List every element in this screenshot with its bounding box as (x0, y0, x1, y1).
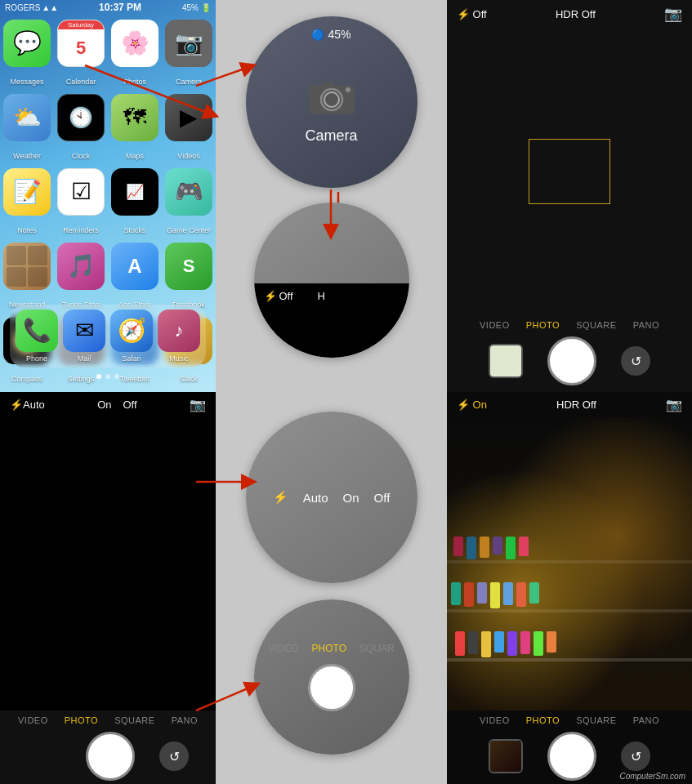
dock-phone[interactable]: 📞 Phone (16, 310, 58, 363)
status-left: ROGERS ▲▲ (5, 3, 58, 12)
flash-status-label: ⚡ Off (457, 8, 487, 20)
br-mode-photo[interactable]: PHOTO (526, 715, 560, 725)
bl-mode-video[interactable]: VIDEO (18, 715, 48, 725)
shutter-row: ↺ (447, 336, 692, 385)
app-appstore[interactable]: A (111, 243, 158, 290)
bl-camera-icon[interactable]: 📷 (190, 397, 206, 412)
app-gamecenter[interactable]: 🎮 (165, 168, 212, 216)
app-calendar[interactable]: Saturday 5 (57, 20, 105, 67)
mode-video[interactable]: VIDEO (480, 320, 510, 330)
bl-shutter-button[interactable] (86, 732, 135, 781)
bl-flash-label: ⚡ (10, 399, 23, 411)
bl-mode-pano[interactable]: PANO (172, 715, 198, 725)
camera-flip-icon[interactable]: 📷 (664, 5, 682, 23)
gamecenter-icon: 🎮 (175, 180, 203, 203)
app-label-notes: Notes (3, 226, 51, 234)
dock-music-label: Music (169, 354, 189, 363)
app-stocks[interactable]: 📈 (111, 168, 158, 216)
shutter-circle-square: SQUAR (359, 643, 395, 654)
br-top-bar: ⚡ On HDR Off 📷 (447, 392, 692, 417)
dock-safari-label: Safari (122, 354, 141, 363)
camera-viewfinder (447, 28, 692, 315)
clock-icon: 🕙 (69, 106, 93, 129)
app-weather[interactable]: ⛅ (3, 94, 51, 141)
bl-shutter-row: ↺ (0, 732, 216, 781)
app-messages[interactable]: 💬 (3, 20, 51, 67)
br-mode-pano[interactable]: PANO (633, 715, 659, 725)
camera-top-right: ⚡ Off HDR Off 📷 VIDEO PHOTO SQUARE PANO … (447, 0, 692, 392)
lego-figures (447, 417, 692, 710)
thumbnail-preview (489, 344, 523, 378)
iphone-home-screen: ROGERS ▲▲ 10:37 PM 45% 🔋 💬 Saturday 5 🌸 (0, 0, 216, 392)
app-photos[interactable]: 🌸 (111, 20, 158, 67)
newsstand-inner (3, 243, 51, 290)
phone-emoji: 📞 (23, 319, 51, 342)
bl-top-bar: ⚡ Auto On Off 📷 (0, 392, 216, 417)
camera-bottom-right: ⚡ On HDR Off 📷 (447, 392, 692, 784)
app-passbook[interactable]: S (165, 243, 212, 290)
bl-mode-square[interactable]: SQUARE (114, 715, 154, 725)
passbook-icon: S (183, 256, 195, 277)
app-camera[interactable]: 📷 (165, 20, 212, 67)
mode-square[interactable]: SQUARE (576, 320, 616, 330)
dock-music[interactable]: ♪ Music (158, 310, 200, 363)
app-label-gamecenter: Game Center (165, 226, 212, 234)
dot-1 (96, 374, 101, 379)
music-emoji: ♪ (175, 320, 184, 341)
app-label-weather: Weather (3, 152, 51, 160)
camera-zoom-circle: 🔵 45% Camera (246, 16, 417, 188)
bl-mode-photo[interactable]: PHOTO (65, 715, 98, 725)
camera-zoom-label: Camera (305, 127, 357, 145)
br-flip-button[interactable]: ↺ (621, 742, 650, 771)
battery-display: 45% (328, 28, 350, 41)
br-camera-icon[interactable]: 📷 (666, 397, 682, 412)
reminders-icon: ☑ (71, 180, 92, 203)
app-clock[interactable]: 🕙 (57, 94, 105, 141)
camera-zoom-inner: 🔵 45% Camera (246, 16, 417, 188)
app-label-maps: Maps (111, 152, 158, 160)
camera-icon: 📷 (175, 32, 203, 55)
lego-photo (447, 417, 692, 710)
messages-icon: 💬 (13, 32, 42, 55)
dock-safari[interactable]: 🧭 Safari (110, 310, 153, 363)
viewfinder-strip: ⚡ Off H (254, 283, 409, 358)
app-videos[interactable]: ▶ (165, 94, 212, 141)
shutter-button[interactable] (547, 336, 596, 385)
mode-photo[interactable]: PHOTO (526, 320, 560, 330)
mode-pano[interactable]: PANO (633, 320, 659, 330)
hdr-zoom-label: H (318, 290, 325, 302)
stocks-icon: 📈 (126, 183, 144, 201)
shutter-circle-btn[interactable] (308, 664, 355, 711)
app-itunes[interactable]: 🎵 (57, 243, 105, 290)
bl-flip-icon: ↺ (169, 749, 180, 764)
flash-off-label: Off (279, 290, 293, 302)
app-label-videos: Videos (165, 152, 212, 160)
app-reminders[interactable]: ☑ (57, 168, 105, 216)
bl-flip-button[interactable]: ↺ (159, 742, 189, 771)
dock-mail[interactable]: ✉ Mail (63, 310, 105, 363)
app-label-reminders: Reminders (57, 226, 105, 234)
app-label-photos: Photos (111, 78, 158, 86)
camera-bottom-bar: VIDEO PHOTO SQUARE PANO ↺ (447, 315, 692, 392)
dot-3 (114, 374, 119, 379)
camera-flip-button[interactable]: ↺ (621, 346, 650, 376)
shutter-zoom-circle: VIDEO PHOTO SQUAR (254, 599, 409, 755)
br-thumbnail-preview (489, 739, 523, 773)
status-bar: ROGERS ▲▲ 10:37 PM 45% 🔋 (0, 0, 216, 15)
br-hdr-label: HDR Off (556, 399, 596, 411)
app-notes[interactable]: 📝 (3, 168, 51, 216)
br-mode-square[interactable]: SQUARE (576, 715, 616, 725)
app-maps[interactable]: 🗺 (111, 94, 158, 141)
maps-icon: 🗺 (123, 106, 146, 129)
br-shutter-button[interactable] (547, 732, 596, 781)
center-bottom-column: ⚡ Auto On Off VIDEO PHOTO (216, 392, 447, 784)
flip-icon: ↺ (631, 354, 641, 369)
br-mode-selector: VIDEO PHOTO SQUARE PANO (447, 715, 692, 725)
safari-emoji: 🧭 (118, 319, 146, 342)
br-mode-video[interactable]: VIDEO (480, 715, 510, 725)
itunes-icon: 🎵 (67, 255, 96, 278)
app-newsstand[interactable] (3, 243, 51, 290)
viewfinder-zoom-circle: ⚡ Off H (254, 203, 409, 358)
dock-phone-label: Phone (26, 354, 47, 363)
bl-mode-bar: VIDEO PHOTO SQUARE PANO ↺ (0, 710, 216, 784)
